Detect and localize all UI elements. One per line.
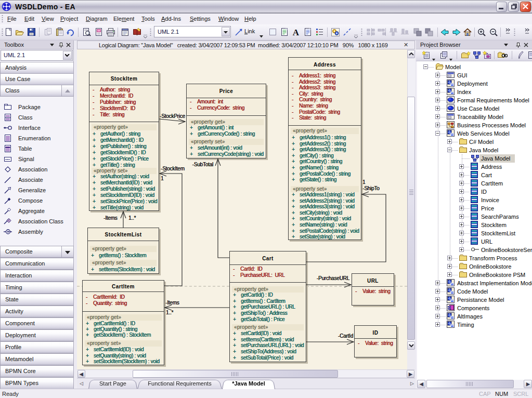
svg-text:A: A	[293, 28, 300, 37]
